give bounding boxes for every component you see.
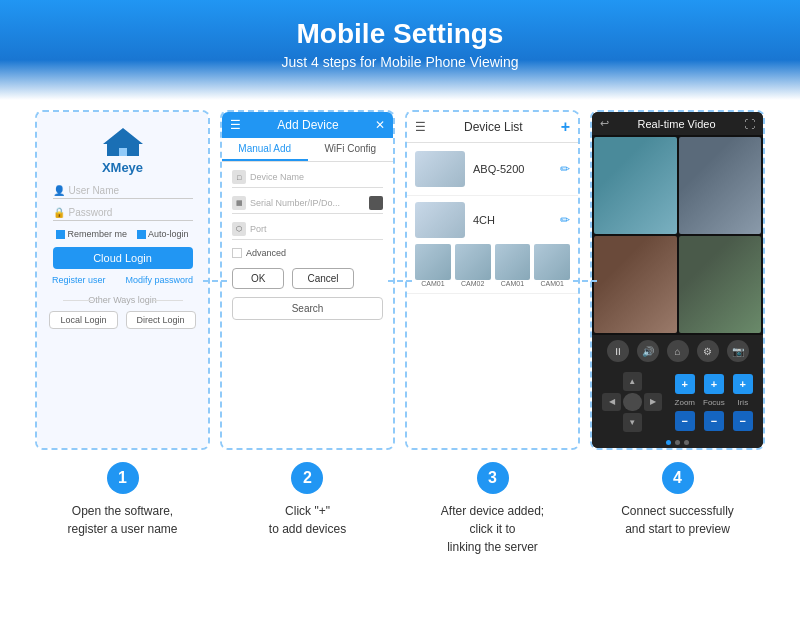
ok-cancel-row: OK Cancel	[232, 268, 383, 289]
local-login-button[interactable]: Local Login	[49, 311, 117, 329]
cam-2-label: CAM02	[461, 280, 484, 287]
iris-label: Iris	[737, 398, 748, 407]
edit-icon-2[interactable]: ✏	[560, 213, 570, 227]
step-2-desc: Click "+" to add devices	[269, 502, 346, 538]
cam-4-label: CAM01	[540, 280, 563, 287]
video-cell-1[interactable]	[594, 137, 677, 234]
iris-plus-button[interactable]: +	[733, 374, 753, 394]
ptz-down-button[interactable]: ▼	[623, 413, 642, 432]
screen4-header: ↩ Real-time Video ⛶	[592, 112, 763, 135]
device-name-icon: □	[232, 170, 246, 184]
camera-button[interactable]: 📷	[727, 340, 749, 362]
serial-field[interactable]: ▦ Serial Number/IP/Do...	[232, 196, 383, 214]
device-item-2[interactable]: 4CH ✏ CAM01 CAM02	[407, 196, 578, 294]
device-name-1: ABQ-5200	[473, 163, 560, 175]
step-1: XMeye 👤 User Name 🔒 Password Remember me	[30, 110, 215, 556]
advanced-checkbox[interactable]	[232, 248, 242, 258]
settings-button[interactable]: ⚙	[697, 340, 719, 362]
cloud-login-button[interactable]: Cloud Login	[53, 247, 193, 269]
controls-bar: ⏸ 🔊 ⌂ ⚙ 📷	[592, 335, 763, 367]
direct-login-button[interactable]: Direct Login	[126, 311, 196, 329]
tab-wifi-config[interactable]: WiFi Config	[308, 138, 394, 161]
username-field[interactable]: 👤 User Name	[53, 185, 193, 199]
ptz-center-button[interactable]	[623, 393, 642, 412]
cam-1[interactable]: CAM01	[415, 244, 451, 287]
focus-label: Focus	[703, 398, 725, 407]
auto-login-checkbox[interactable]: Auto-login	[137, 229, 189, 239]
password-field[interactable]: 🔒 Password	[53, 207, 193, 221]
video-cell-2[interactable]	[679, 137, 762, 234]
step-3-number: 3	[477, 462, 509, 494]
step-3: ☰ Device List + ABQ-5200 ✏	[400, 110, 585, 556]
iris-col: + Iris −	[733, 374, 753, 431]
advanced-label: Advanced	[246, 248, 286, 258]
ptz-left-button[interactable]: ◀	[602, 393, 621, 412]
home-button[interactable]: ⌂	[667, 340, 689, 362]
add-icon-3[interactable]: +	[561, 118, 570, 136]
screen2-body: □ Device Name ▦ Serial Number/IP/Do... ⬡…	[222, 162, 393, 448]
video-cell-4[interactable]	[679, 236, 762, 333]
register-link[interactable]: Register user	[52, 275, 106, 285]
hamburger-icon: ☰	[230, 118, 241, 132]
fullscreen-icon[interactable]: ⛶	[744, 118, 755, 130]
ptz-up-button[interactable]: ▲	[623, 372, 642, 391]
remember-me-checkbox[interactable]: Remember me	[56, 229, 127, 239]
cancel-button[interactable]: Cancel	[292, 268, 353, 289]
port-field[interactable]: ⬡ Port	[232, 222, 383, 240]
device-thumb-1	[415, 151, 465, 187]
user-icon: 👤	[53, 185, 65, 196]
search-button[interactable]: Search	[232, 297, 383, 320]
hamburger-icon-3: ☰	[415, 120, 426, 134]
device-list-title: Device List	[464, 120, 523, 134]
ptz-right-button[interactable]: ▶	[644, 393, 663, 412]
dot-2	[675, 440, 680, 445]
iris-minus-button[interactable]: −	[733, 411, 753, 431]
add-device-tabs: Manual Add WiFi Config	[222, 138, 393, 162]
header: Mobile Settings Just 4 steps for Mobile …	[0, 0, 800, 100]
add-device-title: Add Device	[277, 118, 338, 132]
page-dots	[592, 437, 763, 448]
device-name-2: 4CH	[473, 214, 560, 226]
step-4: ↩ Real-time Video ⛶ ⏸ 🔊 ⌂ ⚙ 📷	[585, 110, 770, 556]
ok-button[interactable]: OK	[232, 268, 284, 289]
device-name-field[interactable]: □ Device Name	[232, 170, 383, 188]
volume-button[interactable]: 🔊	[637, 340, 659, 362]
zoom-plus-button[interactable]: +	[675, 374, 695, 394]
video-cell-3[interactable]	[594, 236, 677, 333]
xmeye-logo-icon	[99, 126, 147, 158]
phone-mockup-1: XMeye 👤 User Name 🔒 Password Remember me	[35, 110, 210, 450]
back-icon[interactable]: ↩	[600, 117, 609, 130]
username-placeholder: User Name	[69, 185, 120, 196]
phone-mockup-2: ☰ Add Device ✕ Manual Add WiFi Config □ …	[220, 110, 395, 450]
cam-1-label: CAM01	[421, 280, 444, 287]
device-thumb-2	[415, 202, 465, 238]
device-item-1[interactable]: ABQ-5200 ✏	[407, 143, 578, 196]
ptz-controls: ▲ ◀ ▶ ▼	[602, 372, 662, 432]
close-icon[interactable]: ✕	[375, 118, 385, 132]
focus-plus-button[interactable]: +	[704, 374, 724, 394]
serial-icon: ▦	[232, 196, 246, 210]
password-placeholder: Password	[69, 207, 113, 218]
screen3-header: ☰ Device List +	[407, 112, 578, 143]
remember-label: Remember me	[67, 229, 127, 239]
zoom-minus-button[interactable]: −	[675, 411, 695, 431]
svg-rect-1	[119, 148, 127, 156]
step-3-desc: After device added; click it to linking …	[441, 502, 544, 556]
phone-mockup-3: ☰ Device List + ABQ-5200 ✏	[405, 110, 580, 450]
cam-2[interactable]: CAM02	[455, 244, 491, 287]
realtime-title: Real-time Video	[637, 118, 715, 130]
cam-3[interactable]: CAM01	[495, 244, 531, 287]
cam-4[interactable]: CAM01	[534, 244, 570, 287]
page-title: Mobile Settings	[0, 18, 800, 50]
modify-password-link[interactable]: Modify password	[126, 275, 194, 285]
ptz-empty-tl	[602, 372, 621, 391]
port-label: Port	[250, 224, 383, 234]
step-1-footer: 1 Open the software, register a user nam…	[67, 462, 177, 538]
ptz-empty-tr	[644, 372, 663, 391]
tab-manual-add[interactable]: Manual Add	[222, 138, 308, 161]
cam-thumbnails: CAM01 CAM02 CAM01 CAM01	[415, 244, 570, 287]
pause-button[interactable]: ⏸	[607, 340, 629, 362]
focus-minus-button[interactable]: −	[704, 411, 724, 431]
edit-icon-1[interactable]: ✏	[560, 162, 570, 176]
step-1-desc: Open the software, register a user name	[67, 502, 177, 538]
